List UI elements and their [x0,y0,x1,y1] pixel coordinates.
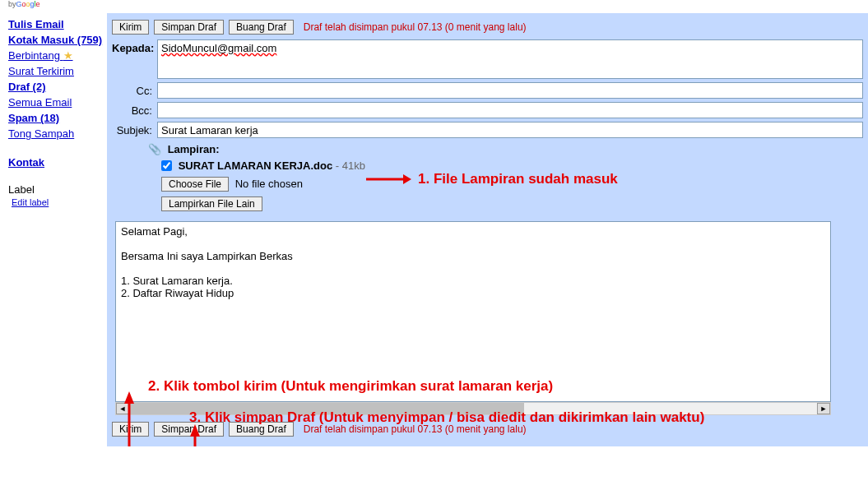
send-button-bottom[interactable]: Kirim [112,422,149,437]
subject-field[interactable] [157,122,863,138]
sidebar-spam[interactable]: Spam (18) [8,110,107,126]
subject-label: Subjek: [112,122,157,136]
draft-status-bottom: Draf telah disimpan pukul 07.13 (0 menit… [304,423,527,435]
bcc-label: Bcc: [112,102,157,117]
send-button[interactable]: Kirim [112,20,149,35]
save-draft-button[interactable]: Simpan Draf [154,20,224,35]
cc-field[interactable] [157,82,863,99]
to-label: Kepada: [112,39,157,54]
horizontal-scrollbar[interactable]: ◄ ► [115,402,831,415]
scroll-right-icon[interactable]: ► [817,403,830,414]
attachment-filename: SURAT LAMARAN KERJA.doc [179,159,333,172]
sidebar-all[interactable]: Semua Email [8,95,107,110]
paperclip-icon: 📎 [148,143,161,155]
draft-status: Draf telah disimpan pukul 07.13 (0 menit… [304,21,527,33]
save-draft-button-bottom[interactable]: Simpan Draf [154,422,224,437]
sidebar-label-header: Label [8,183,107,196]
bcc-field[interactable] [157,102,863,118]
sidebar-starred[interactable]: Berbintang ★ [8,48,107,63]
sidebar-inbox[interactable]: Kotak Masuk (759) [8,32,107,48]
toolbar-top: Kirim Simpan Draf Buang Draf Draf telah … [112,18,863,39]
choose-file-button[interactable]: Choose File [161,177,229,192]
sidebar-contacts[interactable]: Kontak [8,155,107,170]
sidebar-compose[interactable]: Tulis Email [8,16,107,32]
attachment-checkbox[interactable] [161,160,172,171]
provider-logo: byGoogle [0,0,868,13]
sidebar: Tulis Email Kotak Masuk (759) Berbintang… [0,13,107,446]
attachment-header: Lampiran: [168,143,220,155]
cc-label: Cc: [112,82,157,97]
star-icon: ★ [63,49,73,62]
to-field[interactable]: SidoMuncul@gmail.com [157,39,863,79]
toolbar-bottom: Kirim Simpan Draf Buang Draf Draf telah … [112,420,863,441]
compose-pane: Kirim Simpan Draf Buang Draf Draf telah … [107,13,868,446]
scrollbar-thumb[interactable] [129,403,524,414]
attach-more-button[interactable]: Lampirkan File Lain [161,196,262,211]
sidebar-drafts[interactable]: Draf (2) [8,79,107,95]
sidebar-sent[interactable]: Surat Terkirim [8,63,107,79]
scroll-left-icon[interactable]: ◄ [116,403,129,414]
message-body[interactable]: Selamat Pagi, Bersama Ini saya Lampirkan… [115,221,831,402]
sidebar-edit-label[interactable]: Edit label [8,196,107,209]
attachment-item: SURAT LAMARAN KERJA.doc - 41kb [161,155,863,175]
attachment-size: - 41kb [332,159,365,172]
discard-draft-button-bottom[interactable]: Buang Draf [229,422,294,437]
discard-draft-button[interactable]: Buang Draf [229,20,294,35]
no-file-chosen: No file chosen [235,178,303,190]
sidebar-trash[interactable]: Tong Sampah [8,126,107,141]
